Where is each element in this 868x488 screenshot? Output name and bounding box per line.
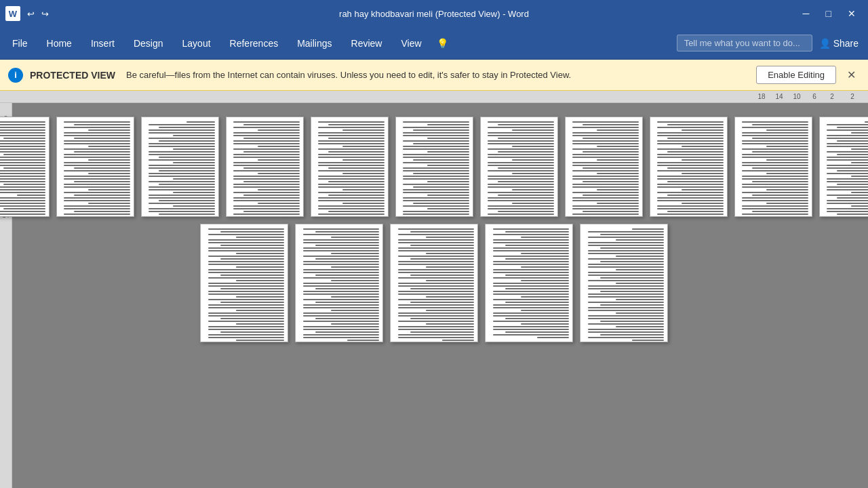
tab-insert[interactable]: Insert [81, 27, 124, 60]
text-line [657, 186, 724, 188]
text-line [208, 312, 284, 314]
text-line [657, 157, 724, 158]
text-line [0, 165, 45, 166]
text-line [149, 159, 215, 161]
tab-file[interactable]: File [3, 27, 37, 60]
text-line [403, 189, 469, 190]
text-line [398, 272, 474, 273]
text-line [3, 184, 45, 185]
text-line [258, 203, 300, 204]
share-button[interactable]: 👤 Share [812, 35, 865, 52]
text-line [498, 211, 553, 212]
text-line [488, 143, 554, 144]
text-line [208, 228, 284, 230]
text-line [488, 127, 554, 128]
text-line [403, 211, 469, 212]
ribbon: File Home Insert Design Layout Reference… [0, 27, 868, 60]
text-line [328, 151, 384, 152]
text-line [766, 173, 808, 174]
tab-view[interactable]: View [391, 27, 431, 60]
text-line [488, 132, 554, 134]
page-thumb-16 [580, 224, 668, 342]
text-line [0, 192, 45, 193]
text-line [583, 195, 638, 196]
ruler-num-10: 10 [788, 93, 806, 100]
text-line [827, 167, 868, 169]
text-line [318, 197, 384, 199]
text-line [149, 189, 215, 190]
text-line [572, 170, 639, 171]
text-line [64, 148, 130, 150]
help-button[interactable]: 💡 [431, 35, 454, 52]
tab-layout[interactable]: Layout [173, 27, 220, 60]
text-line [572, 154, 639, 155]
text-line [208, 293, 284, 295]
text-line [766, 159, 808, 161]
text-line [657, 200, 724, 201]
text-line [657, 121, 724, 123]
redo-button[interactable]: ↪ [39, 7, 52, 20]
tab-mailings[interactable]: Mailings [288, 27, 341, 60]
text-line [498, 124, 553, 125]
text-line [427, 138, 469, 139]
text-line [657, 184, 724, 185]
text-line [398, 256, 474, 257]
text-line [88, 189, 130, 190]
tab-references[interactable]: References [220, 27, 288, 60]
text-line [657, 205, 724, 207]
text-line [303, 242, 379, 243]
text-line [600, 234, 664, 235]
close-button[interactable]: ✕ [841, 5, 863, 22]
text-line [236, 253, 284, 254]
text-line [512, 173, 554, 174]
text-line [505, 274, 569, 276]
text-line [208, 307, 284, 308]
text-line [403, 184, 469, 185]
text-line [233, 154, 300, 155]
text-line [173, 178, 215, 180]
text-line [827, 178, 868, 180]
text-line [208, 234, 284, 235]
text-line [742, 121, 808, 123]
text-line [865, 121, 868, 123]
text-line [3, 154, 45, 155]
text-line [0, 162, 45, 163]
text-line [236, 323, 284, 325]
undo-button[interactable]: ↩ [24, 7, 37, 20]
text-line [493, 283, 569, 284]
text-line [410, 288, 474, 289]
text-line [597, 203, 639, 204]
search-input[interactable] [677, 35, 812, 52]
text-line [600, 291, 664, 292]
text-line [827, 151, 868, 152]
text-line [149, 203, 215, 204]
text-line [258, 146, 300, 147]
tab-review[interactable]: Review [342, 27, 392, 60]
text-line [742, 132, 808, 134]
text-line [398, 234, 474, 235]
text-line [616, 269, 664, 270]
text-line [488, 162, 554, 163]
minimize-button[interactable]: ─ [796, 5, 816, 22]
text-line [488, 121, 554, 123]
protected-view-close-button[interactable]: ✕ [843, 67, 860, 83]
text-line [572, 208, 639, 209]
text-line [413, 129, 469, 131]
text-line [616, 312, 664, 314]
page-content [226, 117, 303, 217]
text-line [616, 326, 664, 327]
tab-design[interactable]: Design [124, 27, 173, 60]
text-line [493, 315, 569, 317]
text-line [64, 127, 130, 128]
text-line [493, 269, 569, 270]
enable-editing-button[interactable]: Enable Editing [756, 66, 836, 84]
text-line [572, 135, 639, 136]
text-line [236, 266, 284, 268]
text-line [149, 186, 215, 188]
text-line [403, 200, 469, 201]
tab-home[interactable]: Home [37, 27, 81, 60]
restore-button[interactable]: □ [819, 5, 838, 22]
text-line [149, 124, 215, 125]
text-line [488, 135, 554, 136]
text-line [74, 211, 130, 212]
